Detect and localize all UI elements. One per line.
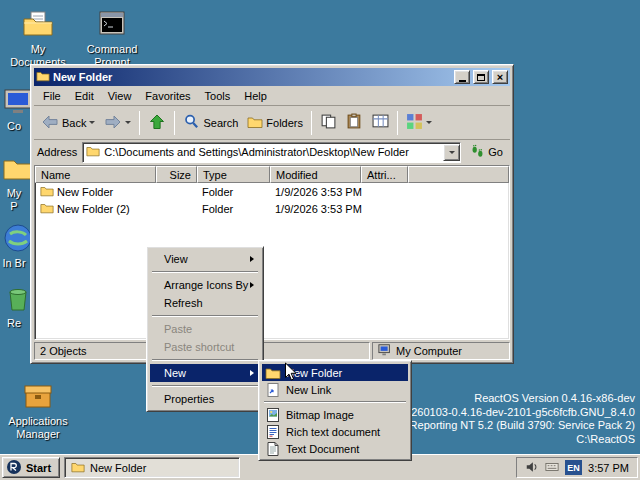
toolbar-separator xyxy=(397,111,398,135)
mouse-cursor xyxy=(284,362,297,384)
column-header-size[interactable]: Size xyxy=(156,166,197,183)
go-label: Go xyxy=(488,146,503,158)
up-button[interactable] xyxy=(144,110,170,136)
submenu-item-bitmap-image[interactable]: Bitmap Image xyxy=(262,406,408,423)
language-indicator[interactable]: EN xyxy=(565,460,582,475)
column-header-type[interactable]: Type xyxy=(197,166,270,183)
minimize-button[interactable] xyxy=(454,70,470,84)
address-folder-icon xyxy=(86,144,100,160)
toolbar-separator xyxy=(139,111,140,135)
minimize-icon xyxy=(459,80,466,82)
desktop-icon-partial-4[interactable]: Re xyxy=(2,282,32,330)
column-header-attributes[interactable]: Attri... xyxy=(361,166,408,183)
address-dropdown-button[interactable] xyxy=(443,144,460,161)
search-button[interactable]: Search xyxy=(179,110,242,135)
clipboard-icon xyxy=(346,113,363,132)
menu-help[interactable]: Help xyxy=(237,88,274,104)
menu-view[interactable]: View xyxy=(101,88,139,104)
address-bar: Address C:\Documents and Settings\Admini… xyxy=(34,139,510,164)
window-titlebar[interactable]: New Folder × xyxy=(34,68,510,86)
menu-item-label: Paste shortcut xyxy=(164,341,234,353)
volume-icon[interactable] xyxy=(525,460,539,476)
desktop-icon-partial-2[interactable]: My P xyxy=(2,152,32,213)
clock[interactable]: 3:57 PM xyxy=(588,462,629,474)
menu-item-label: New Link xyxy=(286,384,331,396)
back-dropdown-caret xyxy=(89,121,95,124)
column-header-modified[interactable]: Modified xyxy=(270,166,361,183)
toolbar-separator xyxy=(311,111,312,135)
context-menu-item-new[interactable]: New xyxy=(150,364,260,382)
submenu-item-rich-text-document[interactable]: Rich text document xyxy=(262,423,408,440)
maximize-button[interactable] xyxy=(473,70,489,84)
forward-dropdown-caret xyxy=(125,121,131,124)
context-menu: View Arrange Icons By Refresh Paste Past… xyxy=(146,246,264,412)
column-header-name[interactable]: Name xyxy=(35,166,156,183)
close-button[interactable]: × xyxy=(492,70,508,84)
paste-button[interactable] xyxy=(342,110,367,135)
desktop-background[interactable]: My Documents Command Prompt Co My P In B… xyxy=(0,0,640,480)
folder-options-button[interactable] xyxy=(368,110,393,135)
folders-button[interactable]: Folders xyxy=(243,111,307,135)
context-menu-item-paste: Paste xyxy=(150,320,260,338)
menu-favorites[interactable]: Favorites xyxy=(138,88,197,104)
version-line: 20260103-0.4.16-dev-2101-g5c6fcfb.GNU_8.… xyxy=(399,406,635,420)
recycle-bin-icon xyxy=(2,282,32,314)
go-button[interactable]: Go xyxy=(466,142,507,163)
start-button[interactable]: Start xyxy=(2,457,60,478)
context-menu-item-view[interactable]: View xyxy=(150,250,260,268)
footprints-icon xyxy=(470,144,485,161)
menu-separator xyxy=(152,315,258,317)
desktop-icon-partial-1[interactable]: Co xyxy=(2,85,32,133)
back-label: Back xyxy=(62,117,86,129)
views-icon xyxy=(406,113,423,132)
back-arrow-icon xyxy=(41,113,59,133)
file-row[interactable]: New Folder Folder 1/9/2026 3:53 PM xyxy=(35,183,509,200)
applications-manager-icon xyxy=(22,380,54,412)
desktop-icon-applications-manager[interactable]: Applications Manager xyxy=(2,380,74,441)
new-folder-icon xyxy=(265,365,281,381)
explorer-window: New Folder × File Edit View Favorites To… xyxy=(30,64,514,364)
status-bar: 2 Objects My Computer xyxy=(34,342,510,360)
desktop-icon-my-documents[interactable]: My Documents xyxy=(2,8,74,69)
menu-item-label: Properties xyxy=(164,393,214,405)
file-row[interactable]: New Folder (2) Folder 1/9/2026 3:53 PM xyxy=(35,200,509,217)
address-label: Address xyxy=(37,146,77,158)
menu-item-label: View xyxy=(164,253,188,265)
submenu-item-text-document[interactable]: Text Document xyxy=(262,440,408,457)
column-header-filler xyxy=(408,166,509,183)
menu-item-label: Bitmap Image xyxy=(286,409,354,421)
keyboard-layout-icon[interactable] xyxy=(545,460,559,476)
folder-icon xyxy=(40,184,54,200)
version-line: Reporting NT 5.2 (Build 3790: Service Pa… xyxy=(399,419,635,433)
status-location-label: My Computer xyxy=(396,345,462,357)
search-label: Search xyxy=(203,117,238,129)
menu-tools[interactable]: Tools xyxy=(198,88,238,104)
address-combo[interactable]: C:\Documents and Settings\Administrator\… xyxy=(82,142,461,163)
desktop-icon-command-prompt[interactable]: Command Prompt xyxy=(76,8,148,69)
back-button[interactable]: Back xyxy=(37,110,99,136)
copy-to-button[interactable] xyxy=(316,110,341,135)
my-computer-icon xyxy=(378,343,392,359)
toolbar: Back Search Folders xyxy=(34,105,510,139)
folder-icon xyxy=(40,201,54,217)
desktop-icon-label: My P xyxy=(2,187,26,213)
submenu-arrow-icon xyxy=(250,370,254,376)
new-link-icon xyxy=(265,382,281,398)
text-document-icon xyxy=(265,441,281,457)
folders-label: Folders xyxy=(266,117,303,129)
folder-icon xyxy=(2,152,32,184)
views-button[interactable] xyxy=(402,110,436,135)
context-menu-item-arrange-icons-by[interactable]: Arrange Icons By xyxy=(150,276,260,294)
desktop-icon-partial-3[interactable]: In Br xyxy=(2,222,32,270)
menu-file[interactable]: File xyxy=(36,88,68,104)
context-menu-item-properties[interactable]: Properties xyxy=(150,390,260,408)
taskbar-task-new-folder[interactable]: New Folder xyxy=(64,457,240,478)
forward-button[interactable] xyxy=(100,110,135,136)
menu-edit[interactable]: Edit xyxy=(68,88,101,104)
file-name: New Folder xyxy=(57,186,113,198)
views-dropdown-caret xyxy=(426,121,432,124)
context-menu-item-refresh[interactable]: Refresh xyxy=(150,294,260,312)
desktop-icon-label: Applications Manager xyxy=(2,415,74,441)
submenu-arrow-icon xyxy=(250,256,254,262)
window-folder-icon xyxy=(36,69,50,85)
